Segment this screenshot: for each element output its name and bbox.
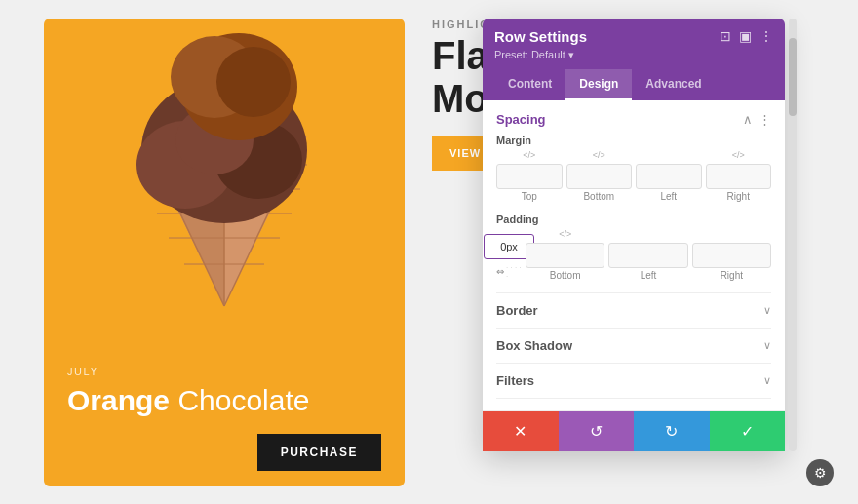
card-bottom: JULY Orange Chocolate PURCHASE bbox=[44, 350, 405, 486]
ice-cream-image bbox=[44, 19, 405, 321]
ice-cream-card: JULY Orange Chocolate PURCHASE bbox=[44, 19, 405, 486]
link-icon: ⇔ bbox=[496, 266, 504, 277]
more-icon[interactable]: ⋮ bbox=[760, 28, 773, 44]
padding-top-linked: ⇔ · · · · · bbox=[496, 234, 522, 281]
padding-right-label: Right bbox=[721, 270, 743, 281]
filters-section[interactable]: Filters ∨ bbox=[496, 363, 771, 399]
margin-left-code bbox=[667, 150, 670, 160]
margin-right-input[interactable] bbox=[706, 164, 772, 189]
card-title-bold: Orange bbox=[67, 384, 170, 416]
spacing-section-header: Spacing ∧ ⋮ bbox=[496, 112, 771, 127]
margin-top-input[interactable] bbox=[496, 164, 563, 189]
margin-bottom-item: </> Bottom bbox=[566, 150, 633, 202]
panel-body: Spacing ∧ ⋮ Margin </> Top </> bbox=[483, 100, 785, 410]
scrollbar-thumb bbox=[789, 38, 797, 116]
tab-design[interactable]: Design bbox=[566, 69, 632, 100]
border-chevron: ∨ bbox=[763, 304, 771, 317]
spacing-title-icons: ∧ ⋮ bbox=[743, 112, 771, 127]
link-icon-group: ⇔ · · · · · bbox=[496, 263, 522, 281]
padding-left-label: Left bbox=[641, 270, 657, 281]
card-month: JULY bbox=[67, 366, 381, 377]
margin-top-item: </> Top bbox=[496, 150, 563, 202]
panel-title-row: Row Settings ⊡ ▣ ⋮ bbox=[494, 28, 773, 45]
svg-point-16 bbox=[216, 47, 291, 117]
padding-label: Padding bbox=[496, 213, 771, 225]
spacing-title: Spacing bbox=[496, 112, 546, 127]
tab-content[interactable]: Content bbox=[494, 69, 566, 100]
margin-bottom-input[interactable] bbox=[566, 164, 633, 189]
margin-label: Margin bbox=[496, 135, 771, 146]
panel-title: Row Settings bbox=[494, 28, 587, 45]
margin-right-label: Right bbox=[727, 191, 750, 202]
margin-left-item: Left bbox=[636, 150, 702, 202]
margin-fields: </> Top </> Bottom Left bbox=[496, 150, 771, 202]
scrollbar[interactable] bbox=[789, 19, 797, 451]
margin-right-item: </> Right bbox=[706, 150, 772, 202]
panel-title-icons: ⊡ ▣ ⋮ bbox=[720, 28, 773, 44]
box-shadow-section[interactable]: Box Shadow ∨ bbox=[496, 328, 771, 363]
chevron-down-icon: ▾ bbox=[568, 49, 574, 61]
cancel-button[interactable]: ✕ bbox=[483, 411, 559, 451]
box-shadow-chevron: ∨ bbox=[763, 339, 771, 352]
dots: · · · · · bbox=[506, 263, 522, 281]
padding-right-item: Right bbox=[692, 229, 771, 281]
padding-bottom-input[interactable] bbox=[526, 243, 604, 268]
padding-top-code: </> bbox=[559, 229, 571, 239]
padding-left-item: Left bbox=[608, 229, 687, 281]
padding-group: Padding ⇔ · · · · · </> Bottom bbox=[496, 213, 771, 281]
card-title: Orange Chocolate bbox=[67, 383, 381, 418]
purchase-button[interactable]: PURCHASE bbox=[257, 434, 381, 471]
filters-chevron: ∨ bbox=[763, 374, 771, 387]
padding-right-input[interactable] bbox=[692, 243, 771, 268]
padding-left-code bbox=[647, 229, 650, 239]
margin-top-code: </> bbox=[523, 150, 535, 160]
filters-label: Filters bbox=[496, 373, 534, 388]
wrench-icon[interactable]: ⚙ bbox=[806, 459, 834, 486]
margin-group: Margin </> Top </> Bottom bbox=[496, 135, 771, 202]
layout-icon[interactable]: ▣ bbox=[739, 28, 752, 44]
margin-left-label: Left bbox=[660, 191, 677, 202]
border-section[interactable]: Border ∨ bbox=[496, 292, 771, 328]
spacing-more-icon[interactable]: ⋮ bbox=[759, 112, 771, 127]
reset-button[interactable]: ↺ bbox=[559, 411, 635, 451]
margin-bottom-label: Bottom bbox=[583, 191, 614, 202]
box-shadow-label: Box Shadow bbox=[496, 338, 572, 353]
settings-panel: Row Settings ⊡ ▣ ⋮ Preset: Default ▾ Con… bbox=[483, 19, 785, 451]
expand-icon[interactable]: ⊡ bbox=[720, 28, 731, 44]
right-side: HIGHLIGHT FlaMo VIEW A 1 Row Settings ⊡ … bbox=[424, 19, 814, 486]
panel-header: Row Settings ⊡ ▣ ⋮ Preset: Default ▾ Con… bbox=[483, 19, 785, 100]
tab-advanced[interactable]: Advanced bbox=[632, 69, 715, 100]
confirm-button[interactable]: ✓ bbox=[710, 411, 786, 451]
padding-left-input[interactable] bbox=[608, 243, 687, 268]
panel-tabs: Content Design Advanced bbox=[494, 69, 773, 100]
collapse-icon[interactable]: ∧ bbox=[743, 112, 753, 127]
padding-bottom-label: Bottom bbox=[550, 270, 581, 281]
padding-bottom-item: </> Bottom bbox=[526, 229, 604, 281]
margin-left-input[interactable] bbox=[636, 164, 702, 189]
redo-button[interactable]: ↻ bbox=[634, 411, 710, 451]
margin-bottom-code: </> bbox=[593, 150, 605, 160]
panel-footer: ✕ ↺ ↻ ✓ bbox=[483, 410, 785, 451]
padding-right-code bbox=[730, 229, 733, 239]
margin-right-code: </> bbox=[732, 150, 745, 160]
border-label: Border bbox=[496, 303, 538, 318]
card-title-light: Chocolate bbox=[177, 384, 309, 416]
margin-top-label: Top bbox=[522, 191, 537, 202]
panel-preset: Preset: Default ▾ bbox=[494, 49, 773, 61]
